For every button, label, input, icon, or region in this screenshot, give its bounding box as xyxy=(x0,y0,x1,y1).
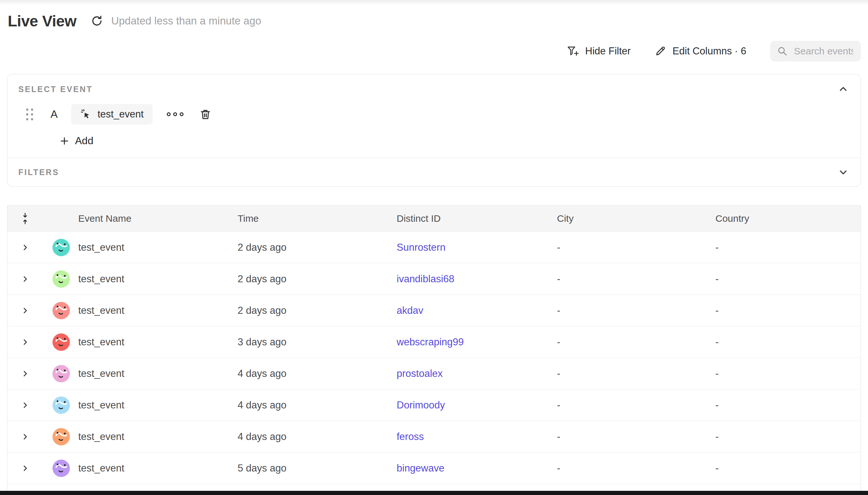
table-row: test_event 4 days ago prostoalex - - xyxy=(7,358,861,389)
pencil-icon xyxy=(654,45,666,57)
add-event-button[interactable]: Add xyxy=(59,135,93,147)
table-row: test_event 2 days ago Sunrostern - - xyxy=(7,232,861,263)
expand-row-button[interactable] xyxy=(19,431,31,443)
distinct-id-link[interactable]: akdav xyxy=(397,305,423,316)
filter-plus-icon xyxy=(567,45,579,57)
page-title: Live View xyxy=(8,12,76,30)
user-avatar xyxy=(52,396,70,414)
collapse-arrows-icon xyxy=(20,212,30,225)
cell-time: 3 days ago xyxy=(238,336,397,348)
cell-country: - xyxy=(715,462,861,474)
cell-country: - xyxy=(715,273,861,285)
table-row: test_event 5 days ago bingewave - - xyxy=(7,452,861,484)
chevron-up-icon xyxy=(838,84,848,94)
click-cursor-icon xyxy=(80,108,92,120)
toolbar: Hide Filter Edit Columns · 6 xyxy=(7,40,861,62)
table-header-row: Event Name Time Distinct ID City Country xyxy=(7,206,861,232)
column-header-city: City xyxy=(557,213,715,224)
distinct-id-link[interactable]: Sunrostern xyxy=(397,242,446,253)
cell-city: - xyxy=(557,368,715,379)
plus-icon xyxy=(59,136,69,146)
distinct-id-link[interactable]: prostoalex xyxy=(397,368,443,379)
event-query-row: A test_event xyxy=(26,104,850,124)
table-row: test_event 3 days ago webscraping99 - - xyxy=(7,326,861,358)
dot-icon xyxy=(180,112,184,116)
cell-time: 4 days ago xyxy=(238,399,397,411)
search-icon xyxy=(777,46,787,56)
hide-filter-button[interactable]: Hide Filter xyxy=(567,45,631,57)
chevron-right-icon xyxy=(21,402,29,409)
expand-row-button[interactable] xyxy=(19,273,31,285)
avatar-face-icon xyxy=(52,365,70,382)
cell-time: 4 days ago xyxy=(238,368,397,379)
event-row-letter: A xyxy=(49,108,59,120)
cell-time: 4 days ago xyxy=(238,431,397,443)
cell-city: - xyxy=(557,242,715,253)
user-avatar xyxy=(52,239,70,256)
events-table: Event Name Time Distinct ID City Country xyxy=(7,205,861,495)
cell-event-name: test_event xyxy=(78,462,238,474)
distinct-id-link[interactable]: webscraping99 xyxy=(397,336,464,347)
page-header: Live View Updated less than a minute ago xyxy=(8,12,861,30)
expand-row-button[interactable] xyxy=(19,336,31,348)
delete-event-button[interactable] xyxy=(198,107,212,121)
edit-columns-button[interactable]: Edit Columns · 6 xyxy=(654,45,746,57)
trash-icon xyxy=(199,108,211,120)
cell-event-name: test_event xyxy=(78,305,238,317)
search-events-input[interactable] xyxy=(793,45,854,57)
query-builder-panel: SELECT EVENT A xyxy=(7,74,861,187)
live-view-page: Live View Updated less than a minute ago… xyxy=(0,12,868,495)
filters-section: FILTERS xyxy=(7,158,861,186)
expand-row-button[interactable] xyxy=(19,462,31,474)
collapse-select-event-button[interactable] xyxy=(837,83,850,96)
column-header-distinct-id: Distinct ID xyxy=(397,213,557,224)
cell-event-name: test_event xyxy=(78,431,238,443)
expand-row-button[interactable] xyxy=(19,305,31,317)
chevron-right-icon xyxy=(21,275,29,283)
cell-city: - xyxy=(557,462,715,474)
chevron-right-icon xyxy=(21,464,29,472)
user-avatar xyxy=(52,365,70,382)
cell-city: - xyxy=(557,399,715,411)
chevron-down-icon xyxy=(838,167,848,177)
cell-country: - xyxy=(715,336,861,348)
expand-row-button[interactable] xyxy=(19,399,31,411)
avatar-face-icon xyxy=(52,334,70,351)
cell-time: 5 days ago xyxy=(238,462,397,474)
user-avatar xyxy=(52,460,70,477)
cell-country: - xyxy=(715,242,861,253)
dot-icon xyxy=(173,112,177,116)
cell-time: 2 days ago xyxy=(238,242,397,253)
cell-city: - xyxy=(557,273,715,285)
event-chip-label: test_event xyxy=(98,108,143,120)
refresh-icon xyxy=(91,15,103,27)
cell-event-name: test_event xyxy=(78,368,238,379)
cell-event-name: test_event xyxy=(78,273,238,285)
distinct-id-link[interactable]: bingewave xyxy=(397,462,444,474)
distinct-id-link[interactable]: ivandiblasi68 xyxy=(397,273,454,285)
column-header-country: Country xyxy=(715,213,861,224)
chevron-right-icon xyxy=(21,433,29,441)
cell-country: - xyxy=(715,305,861,317)
edit-columns-label: Edit Columns · 6 xyxy=(673,45,746,57)
collapse-all-rows-button[interactable] xyxy=(19,211,32,226)
cell-event-name: test_event xyxy=(78,336,238,348)
expand-row-button[interactable] xyxy=(19,242,31,253)
top-edge-strip xyxy=(0,0,868,5)
cell-event-name: test_event xyxy=(78,242,238,253)
column-header-time: Time xyxy=(238,213,397,224)
cell-event-name: test_event xyxy=(78,399,238,411)
event-selector-chip[interactable]: test_event xyxy=(71,104,153,124)
cell-city: - xyxy=(557,305,715,317)
distinct-id-link[interactable]: feross xyxy=(397,431,424,442)
expand-filters-button[interactable] xyxy=(837,166,850,178)
expand-row-button[interactable] xyxy=(19,368,31,379)
table-row: test_event 2 days ago akdav - - xyxy=(7,294,861,326)
bottom-edge-bar xyxy=(0,491,868,495)
drag-handle[interactable] xyxy=(26,108,33,120)
refresh-button[interactable] xyxy=(90,14,104,28)
event-options-menu-button[interactable] xyxy=(165,110,185,118)
user-avatar xyxy=(52,302,70,319)
avatar-face-icon xyxy=(52,302,70,319)
distinct-id-link[interactable]: Dorimoody xyxy=(397,399,445,411)
